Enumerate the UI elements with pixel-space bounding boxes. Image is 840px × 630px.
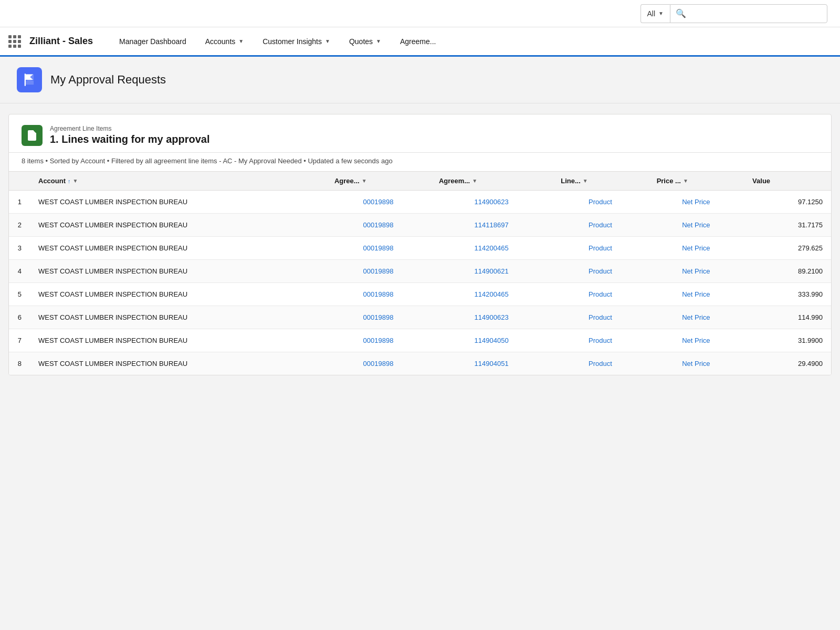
line-link[interactable]: Product	[589, 221, 612, 229]
chevron-down-icon[interactable]: ▼	[683, 178, 688, 184]
cell-price[interactable]: Net Price	[648, 352, 744, 375]
cell-price[interactable]: Net Price	[648, 306, 744, 329]
cell-value: 279.625	[744, 237, 831, 260]
cell-price[interactable]: Net Price	[648, 237, 744, 260]
cell-line[interactable]: Product	[552, 260, 648, 283]
chevron-down-icon: ▼	[238, 38, 244, 44]
th-value-label: Value	[752, 177, 770, 185]
agree-link[interactable]: 00019898	[363, 221, 394, 229]
cell-line[interactable]: Product	[552, 283, 648, 306]
grid-icon[interactable]	[8, 35, 21, 48]
agreem-link[interactable]: 114904050	[475, 337, 509, 344]
th-agreem-label: Agreem...	[439, 177, 470, 185]
cell-agreem[interactable]: 114118697	[430, 214, 552, 237]
table-row: 1 WEST COAST LUMBER INSPECTION BUREAU 00…	[9, 191, 831, 214]
agreem-link[interactable]: 114200465	[475, 290, 509, 298]
cell-line[interactable]: Product	[552, 352, 648, 375]
line-link[interactable]: Product	[589, 313, 612, 321]
data-table: Account ↑ ▼ Agree... ▼ Agreem...	[9, 171, 831, 375]
th-agreem[interactable]: Agreem... ▼	[430, 172, 552, 191]
price-link[interactable]: Net Price	[682, 337, 710, 344]
cell-agreem[interactable]: 114900623	[430, 306, 552, 329]
agree-link[interactable]: 00019898	[363, 244, 394, 252]
line-link[interactable]: Product	[589, 290, 612, 298]
row-num: 4	[9, 260, 30, 283]
agreem-link[interactable]: 114900623	[475, 198, 509, 206]
line-link[interactable]: Product	[589, 244, 612, 252]
line-link[interactable]: Product	[589, 360, 612, 368]
price-link[interactable]: Net Price	[682, 244, 710, 252]
nav-bar: Zilliant - Sales Manager Dashboard Accou…	[0, 27, 840, 57]
row-num: 7	[9, 329, 30, 352]
nav-item-agreements[interactable]: Agreeme...	[391, 28, 445, 56]
cell-account: WEST COAST LUMBER INSPECTION BUREAU	[30, 191, 326, 214]
page-title: My Approval Requests	[50, 73, 166, 87]
agreem-link[interactable]: 114118697	[475, 221, 509, 229]
cell-line[interactable]: Product	[552, 306, 648, 329]
cell-agree[interactable]: 00019898	[326, 306, 430, 329]
search-input[interactable]	[686, 9, 822, 18]
line-link[interactable]: Product	[589, 267, 612, 275]
cell-agree[interactable]: 00019898	[326, 214, 430, 237]
nav-item-label: Agreeme...	[400, 37, 436, 46]
cell-agree[interactable]: 00019898	[326, 260, 430, 283]
price-link[interactable]: Net Price	[682, 313, 710, 321]
section-title: 1. Lines waiting for my approval	[50, 133, 210, 145]
cell-line[interactable]: Product	[552, 329, 648, 352]
agree-link[interactable]: 00019898	[363, 290, 394, 298]
cell-price[interactable]: Net Price	[648, 283, 744, 306]
nav-item-quotes[interactable]: Quotes ▼	[340, 28, 391, 56]
cell-price[interactable]: Net Price	[648, 329, 744, 352]
price-link[interactable]: Net Price	[682, 290, 710, 298]
nav-item-manager-dashboard[interactable]: Manager Dashboard	[110, 28, 196, 56]
cell-agreem[interactable]: 114904051	[430, 352, 552, 375]
price-link[interactable]: Net Price	[682, 198, 710, 206]
cell-line[interactable]: Product	[552, 191, 648, 214]
th-account[interactable]: Account ↑ ▼	[30, 172, 326, 191]
agree-link[interactable]: 00019898	[363, 267, 394, 275]
agreem-link[interactable]: 114904051	[475, 360, 509, 368]
agree-link[interactable]: 00019898	[363, 198, 394, 206]
search-dropdown[interactable]: All ▼	[640, 4, 670, 23]
th-line[interactable]: Line... ▼	[552, 172, 648, 191]
agreem-link[interactable]: 114900621	[475, 267, 509, 275]
chevron-down-icon[interactable]: ▼	[362, 178, 367, 184]
cell-price[interactable]: Net Price	[648, 214, 744, 237]
cell-agree[interactable]: 00019898	[326, 329, 430, 352]
agreem-link[interactable]: 114200465	[475, 244, 509, 252]
nav-item-customer-insights[interactable]: Customer Insights ▼	[253, 28, 340, 56]
chevron-down-icon[interactable]: ▼	[583, 178, 588, 184]
price-link[interactable]: Net Price	[682, 360, 710, 368]
agree-link[interactable]: 00019898	[363, 337, 394, 344]
cell-price[interactable]: Net Price	[648, 260, 744, 283]
cell-agree[interactable]: 00019898	[326, 237, 430, 260]
cell-line[interactable]: Product	[552, 237, 648, 260]
cell-agree[interactable]: 00019898	[326, 191, 430, 214]
cell-line[interactable]: Product	[552, 214, 648, 237]
line-link[interactable]: Product	[589, 198, 612, 206]
nav-item-accounts[interactable]: Accounts ▼	[196, 28, 254, 56]
chevron-down-icon[interactable]: ▼	[73, 178, 78, 184]
cell-agreem[interactable]: 114900621	[430, 260, 552, 283]
chevron-down-icon[interactable]: ▼	[472, 178, 477, 184]
th-agree[interactable]: Agree... ▼	[326, 172, 430, 191]
line-link[interactable]: Product	[589, 337, 612, 344]
row-num: 6	[9, 306, 30, 329]
price-link[interactable]: Net Price	[682, 221, 710, 229]
th-price[interactable]: Price ... ▼	[648, 172, 744, 191]
agreem-link[interactable]: 114900623	[475, 313, 509, 321]
cell-agreem[interactable]: 114900623	[430, 191, 552, 214]
cell-agree[interactable]: 00019898	[326, 283, 430, 306]
agree-link[interactable]: 00019898	[363, 313, 394, 321]
cell-agreem[interactable]: 114200465	[430, 283, 552, 306]
cell-agreem[interactable]: 114904050	[430, 329, 552, 352]
cell-price[interactable]: Net Price	[648, 191, 744, 214]
th-agree-label: Agree...	[334, 177, 360, 185]
cell-agreem[interactable]: 114200465	[430, 237, 552, 260]
nav-item-label: Manager Dashboard	[119, 37, 186, 46]
agree-link[interactable]: 00019898	[363, 360, 394, 368]
cell-agree[interactable]: 00019898	[326, 352, 430, 375]
th-account-label: Account	[38, 177, 66, 185]
th-line-label: Line...	[561, 177, 581, 185]
price-link[interactable]: Net Price	[682, 267, 710, 275]
